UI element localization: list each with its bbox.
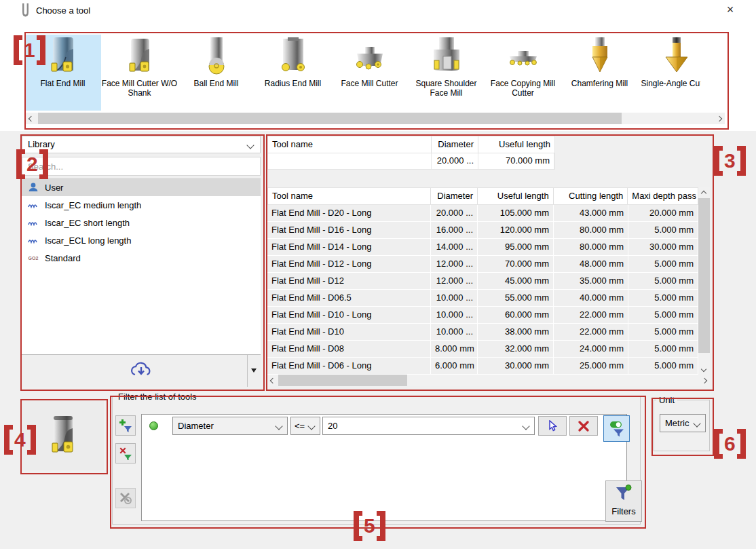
tool-type-flat-end-mill[interactable]: Flat End Mill xyxy=(26,35,101,111)
tool-type-face-mill-cutter-wo-shank[interactable]: Face Mill Cutter W/O Shank xyxy=(101,35,178,111)
search-input[interactable] xyxy=(22,157,260,175)
scroll-left-icon[interactable] xyxy=(267,375,278,386)
library-item-iscar-ec-short[interactable]: Iscar_EC short length xyxy=(22,214,261,231)
remove-filter-button[interactable] xyxy=(115,443,136,463)
cell-cutting-length: 22.000 mm xyxy=(554,324,628,340)
title-bar: Choose a tool × xyxy=(0,0,756,20)
tool-row[interactable]: Flat End Mill - D06.5 10.000 ... 55.000 … xyxy=(267,290,698,307)
library-item-label: Iscar_EC medium length xyxy=(45,200,141,210)
tool-type-label: Single-Angle Cutter xyxy=(638,79,700,88)
cloud-download-button[interactable] xyxy=(130,361,153,381)
tool-row[interactable]: Flat End Mill - D16 - Long 16.000 ... 12… xyxy=(267,222,698,239)
horizontal-scrollbar-thumb[interactable] xyxy=(278,375,407,386)
library-item-iscar-ecl-long[interactable]: Iscar_ECL long length xyxy=(22,231,261,249)
tool-type-square-shoulder-face-mill[interactable]: Square Shoulder Face Mill xyxy=(408,35,485,111)
chevron-down-icon xyxy=(275,422,282,430)
filter-table-row[interactable]: 20.000 ... 70.000 mm xyxy=(267,153,555,170)
cell-maxi-depth: 30.000 mm xyxy=(628,239,698,255)
tool-row[interactable]: Flat End Mill - D12 - Long 12.000 ... 70… xyxy=(267,256,698,273)
tool-row[interactable]: Flat End Mill - D20 - Long 20.000 ... 10… xyxy=(267,205,698,222)
tool-row[interactable]: Flat End Mill - D08 8.000 mm 32.000 mm 2… xyxy=(267,341,698,358)
carousel-scrollbar[interactable] xyxy=(26,113,725,124)
dropdown-arrow-icon xyxy=(251,368,257,373)
column-header-useful-length[interactable]: Useful length xyxy=(478,136,554,153)
scroll-right-icon[interactable] xyxy=(714,113,725,124)
unit-dropdown[interactable]: Metric xyxy=(660,414,706,432)
chevron-down-icon xyxy=(246,141,254,149)
scroll-left-icon[interactable] xyxy=(26,113,37,124)
cell-cutting-length: 48.000 mm xyxy=(554,256,628,272)
scroll-right-icon[interactable] xyxy=(699,375,710,386)
tool-type-chamfering-mill[interactable]: Chamfering Mill xyxy=(561,35,638,111)
cell-diameter: 6.000 mm xyxy=(431,358,478,374)
tool-type-row: Flat End Mill Face Mill Cutter W/O xyxy=(26,35,700,111)
filter-field-dropdown[interactable]: Diameter xyxy=(172,417,288,435)
toggle-filter-button[interactable] xyxy=(603,415,630,442)
column-header-cutting-length[interactable]: Cutting length xyxy=(554,188,628,204)
column-header-diameter[interactable]: Diameter xyxy=(431,188,478,204)
clear-filter-button[interactable] xyxy=(569,416,598,436)
tool-type-radius-end-mill[interactable]: Radius End Mill xyxy=(254,35,331,111)
library-dropdown-value: Library xyxy=(28,139,55,149)
column-header-tool-name[interactable]: Tool name xyxy=(268,136,432,153)
cell-maxi-depth: 5.000 mm xyxy=(628,256,698,272)
vertical-scrollbar-thumb[interactable] xyxy=(698,198,710,353)
library-item-iscar-ec-medium[interactable]: Iscar_EC medium length xyxy=(22,196,261,214)
cell-maxi-depth: 5.000 mm xyxy=(628,358,698,374)
library-icon xyxy=(26,202,40,208)
tool-type-ball-end-mill[interactable]: Ball End Mill xyxy=(178,35,254,111)
carousel-scrollbar-thumb[interactable] xyxy=(38,113,622,124)
tools-table-vertical-scrollbar[interactable] xyxy=(698,187,710,375)
library-bar-dropdown[interactable] xyxy=(247,355,261,387)
filter-value-useful-length[interactable]: 70.000 mm xyxy=(478,153,554,169)
face-mill-cutter-icon xyxy=(351,36,389,75)
filters-button[interactable]: Filters xyxy=(605,480,642,522)
library-item-standard[interactable]: GO2 Standard xyxy=(22,249,261,267)
cell-maxi-depth: 5.000 mm xyxy=(628,341,698,357)
column-header-maxi-depth-pass[interactable]: Maxi depth pass xyxy=(628,188,698,204)
window-title: Choose a tool xyxy=(36,5,90,16)
column-header-useful-length[interactable]: Useful length xyxy=(478,188,554,204)
chevron-down-icon xyxy=(522,422,529,430)
tool-row[interactable]: Flat End Mill - D10 - Long 10.000 ... 60… xyxy=(267,307,698,324)
tool-row[interactable]: Flat End Mill - D14 - Long 14.000 ... 95… xyxy=(267,239,698,256)
annotation-label-3: 3 xyxy=(714,146,746,176)
library-list: User Iscar_EC medium length Iscar_EC sho… xyxy=(22,178,261,354)
cell-maxi-depth: 5.000 mm xyxy=(628,307,698,323)
chevron-down-icon xyxy=(693,419,700,427)
scroll-up-icon[interactable] xyxy=(698,187,709,199)
cell-useful-length: 95.000 mm xyxy=(478,239,554,255)
tools-table: Tool name Diameter Useful length Cutting… xyxy=(267,187,698,375)
library-dropdown[interactable]: Library xyxy=(22,136,261,153)
add-filter-button[interactable] xyxy=(115,415,136,436)
filter-value-combobox[interactable]: 20 xyxy=(322,417,535,435)
app-tool-icon xyxy=(21,3,30,20)
cell-cutting-length: 24.000 mm xyxy=(554,341,628,357)
cell-cutting-length: 35.000 mm xyxy=(554,273,628,289)
filters-button-label: Filters xyxy=(606,506,641,516)
cell-diameter: 8.000 mm xyxy=(431,341,478,357)
column-header-diameter[interactable]: Diameter xyxy=(432,136,478,153)
tools-table-horizontal-scrollbar[interactable] xyxy=(267,375,710,386)
square-shoulder-face-mill-icon xyxy=(428,36,466,75)
close-button[interactable]: × xyxy=(718,1,742,19)
tool-row[interactable]: Flat End Mill - D12 12.000 ... 45.000 mm… xyxy=(267,273,698,290)
cell-cutting-length: 25.000 mm xyxy=(554,358,628,374)
cell-useful-length: 30.000 mm xyxy=(478,358,554,374)
close-icon: × xyxy=(727,3,734,16)
tool-type-single-angle-cutter[interactable]: Single-Angle Cutter xyxy=(638,35,700,111)
tool-row[interactable]: Flat End Mill - D06 - Long 6.000 mm 30.0… xyxy=(267,358,698,375)
cell-maxi-depth: 20.000 mm xyxy=(628,205,698,221)
cell-useful-length: 105.000 mm xyxy=(478,205,554,221)
tool-type-face-copying-mill-cutter[interactable]: Face Copying Mill Cutter xyxy=(485,35,561,111)
filter-operator-dropdown[interactable]: <= xyxy=(290,417,320,435)
cell-maxi-depth: 5.000 mm xyxy=(628,273,698,289)
scroll-down-icon[interactable] xyxy=(698,363,709,375)
pick-value-button[interactable] xyxy=(538,416,567,436)
column-header-tool-name[interactable]: Tool name xyxy=(268,188,431,204)
filter-value-diameter[interactable]: 20.000 ... xyxy=(432,153,478,169)
tool-row[interactable]: Flat End Mill - D10 10.000 ... 38.000 mm… xyxy=(267,324,698,341)
filter-value-tool-name[interactable] xyxy=(268,153,432,169)
library-item-user[interactable]: User xyxy=(22,178,261,196)
tool-type-face-mill-cutter[interactable]: Face Mill Cutter xyxy=(331,35,408,111)
